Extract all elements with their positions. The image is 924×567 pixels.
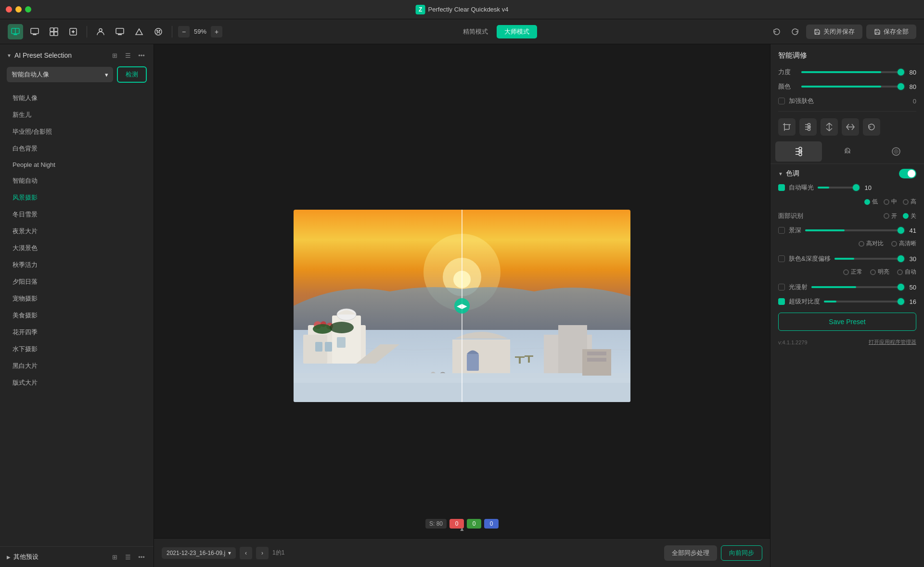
low-radio-item[interactable]: 低 bbox=[864, 198, 878, 206]
crop-icon-btn[interactable] bbox=[778, 118, 796, 136]
triangle-icon-btn[interactable] bbox=[131, 24, 147, 39]
list-item[interactable]: 秋季活力 bbox=[3, 257, 151, 273]
color-tone-header: ▼ 色调 bbox=[770, 164, 924, 180]
mode-master-btn[interactable]: 大师模式 bbox=[497, 25, 537, 38]
prev-file-btn[interactable]: ‹ bbox=[240, 547, 252, 559]
detect-btn[interactable]: 检测 bbox=[117, 66, 147, 83]
list-item[interactable]: 大漠景色 bbox=[3, 240, 151, 256]
skin-depth-checkbox[interactable] bbox=[778, 255, 785, 262]
auto-exposure-slider[interactable] bbox=[818, 187, 856, 189]
auto-exposure-checkbox[interactable] bbox=[778, 184, 785, 191]
split-handle[interactable]: ◀▶ bbox=[454, 298, 470, 314]
list-item[interactable]: 水下摄影 bbox=[3, 341, 151, 357]
list-item[interactable]: 黑白大片 bbox=[3, 358, 151, 374]
depth-checkbox[interactable] bbox=[778, 227, 785, 234]
list-item[interactable]: 花开四季 bbox=[3, 324, 151, 340]
face-off-item[interactable]: 关 bbox=[903, 212, 916, 220]
list-item[interactable]: 白色背景 bbox=[3, 140, 151, 157]
ultra-contrast-slider[interactable] bbox=[824, 301, 901, 302]
ultra-contrast-row: 超级对比度 16 bbox=[770, 294, 924, 309]
svg-rect-38 bbox=[519, 358, 521, 364]
force-slider[interactable] bbox=[801, 71, 901, 73]
person-icon-btn[interactable] bbox=[93, 24, 108, 39]
list-item-landscape[interactable]: 风景摄影 bbox=[3, 189, 151, 206]
ultra-contrast-value: 16 bbox=[905, 298, 916, 305]
sync-all-btn[interactable]: 全部同步处理 bbox=[664, 545, 717, 561]
list-item[interactable]: 毕业照/合影照 bbox=[3, 124, 151, 140]
list-item[interactable]: 版式大片 bbox=[3, 375, 151, 391]
layout-icon-btn-2[interactable] bbox=[27, 24, 42, 39]
close-button[interactable] bbox=[6, 6, 12, 13]
diffuse-slider[interactable] bbox=[811, 286, 901, 288]
layout-icon-btn-4[interactable] bbox=[65, 24, 81, 39]
list-item[interactable]: 智能自动 bbox=[3, 173, 151, 189]
mid-radio-item[interactable]: 中 bbox=[884, 198, 897, 206]
tab-retouch-icon[interactable] bbox=[824, 141, 871, 162]
list-item-people-at-night[interactable]: People at Night bbox=[3, 157, 151, 172]
color-tone-chevron-icon: ▼ bbox=[778, 171, 783, 176]
sync-forward-btn[interactable]: 向前同步 bbox=[721, 545, 762, 561]
save-all-btn[interactable]: 保存全部 bbox=[866, 25, 916, 39]
list-item[interactable]: 智能人像 bbox=[3, 90, 151, 106]
chevron-up-icon[interactable]: ▲ bbox=[459, 526, 465, 532]
auto-exposure-row: 自动曝光 10 bbox=[770, 180, 924, 195]
list-item[interactable]: 冬日雪景 bbox=[3, 206, 151, 223]
adjust-icon-btn[interactable] bbox=[799, 118, 817, 136]
s-label: S: 80 bbox=[425, 519, 447, 529]
more-icon[interactable]: ••• bbox=[136, 50, 147, 61]
close-save-btn[interactable]: 关闭并保存 bbox=[806, 25, 862, 39]
list-item[interactable]: 夕阳日落 bbox=[3, 274, 151, 290]
svg-rect-11 bbox=[116, 28, 124, 34]
face-on-item[interactable]: 开 bbox=[884, 212, 897, 220]
maximize-button[interactable] bbox=[25, 6, 31, 13]
redo-btn[interactable] bbox=[788, 25, 802, 39]
other-list-icon[interactable]: ☰ bbox=[123, 552, 133, 562]
mirror-icon-btn[interactable] bbox=[842, 118, 859, 136]
enhance-skin-checkbox[interactable] bbox=[778, 98, 785, 104]
undo-btn[interactable] bbox=[770, 25, 784, 39]
app-manager-link[interactable]: 打开应用程序管理器 bbox=[869, 339, 916, 346]
list-item[interactable]: 新生儿 bbox=[3, 107, 151, 123]
star-icon-btn[interactable] bbox=[151, 24, 166, 39]
tab-adjust-icon[interactable] bbox=[775, 141, 822, 162]
mode-simple-btn[interactable]: 精简模式 bbox=[455, 25, 496, 38]
page-info: 1的1 bbox=[272, 549, 284, 557]
list-item[interactable]: 美食摄影 bbox=[3, 307, 151, 324]
skin-mode-row: 正常 明亮 自动 bbox=[770, 266, 924, 280]
diffuse-checkbox[interactable] bbox=[778, 284, 785, 290]
filename-selector[interactable]: 2021-12-23_16-16-09.j ▾ bbox=[162, 547, 236, 559]
zoom-minus-btn[interactable]: − bbox=[178, 26, 190, 38]
save-preset-btn[interactable]: Save Preset bbox=[778, 313, 916, 331]
normal-item[interactable]: 正常 bbox=[843, 268, 862, 276]
high-clarity-item[interactable]: 高清晰 bbox=[891, 239, 916, 248]
rotate-icon-btn[interactable] bbox=[863, 118, 880, 136]
ultra-contrast-checkbox[interactable] bbox=[778, 298, 785, 305]
ai-preset-title: AI Preset Selection bbox=[14, 51, 106, 59]
bright-label: 明亮 bbox=[878, 268, 889, 276]
list-item[interactable]: 宠物摄影 bbox=[3, 290, 151, 307]
color-slider[interactable] bbox=[801, 86, 901, 88]
other-more-icon[interactable]: ••• bbox=[136, 552, 147, 562]
list-item[interactable]: 夜景大片 bbox=[3, 223, 151, 239]
other-grid-icon[interactable]: ⊞ bbox=[109, 552, 120, 562]
tab-color-icon[interactable] bbox=[873, 141, 919, 162]
svg-rect-37 bbox=[515, 356, 525, 358]
high-contrast-item[interactable]: 高对比 bbox=[859, 239, 884, 248]
screen-icon-btn[interactable] bbox=[112, 24, 128, 39]
preset-dropdown[interactable]: 智能自动人像 ▾ bbox=[7, 67, 113, 82]
skin-depth-slider[interactable] bbox=[834, 258, 901, 260]
next-file-btn[interactable]: › bbox=[256, 547, 269, 559]
grid-view-icon[interactable]: ⊞ bbox=[109, 50, 120, 61]
depth-slider[interactable] bbox=[805, 229, 901, 231]
bright-item[interactable]: 明亮 bbox=[870, 268, 889, 276]
high-radio-item[interactable]: 高 bbox=[903, 198, 916, 206]
layout-icon-btn-1[interactable] bbox=[8, 24, 23, 39]
auto-item[interactable]: 自动 bbox=[897, 268, 916, 276]
minimize-button[interactable] bbox=[15, 6, 22, 13]
color-tone-toggle[interactable] bbox=[899, 169, 916, 178]
list-view-icon[interactable]: ☰ bbox=[123, 50, 133, 61]
zoom-plus-btn[interactable]: + bbox=[211, 26, 222, 38]
layout-icon-btn-3[interactable] bbox=[46, 24, 62, 39]
force-label: 力度 bbox=[778, 68, 797, 76]
flip-icon-btn[interactable] bbox=[821, 118, 838, 136]
